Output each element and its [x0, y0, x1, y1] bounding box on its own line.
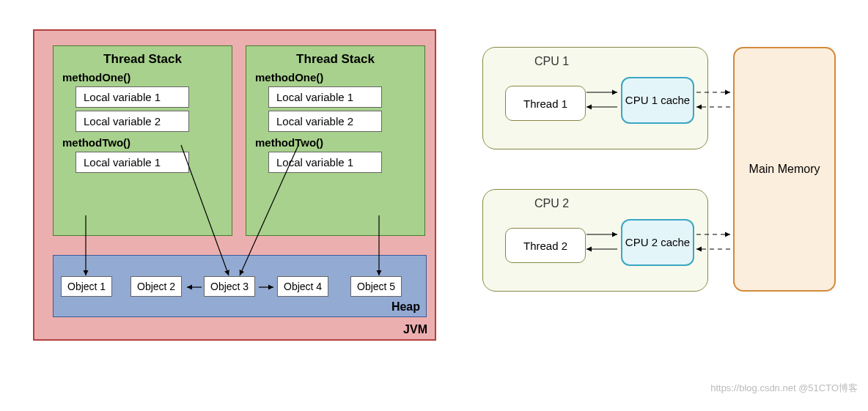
- local-variable-box: Local variable 1: [76, 152, 189, 173]
- main-memory-box: Main Memory: [733, 47, 836, 292]
- watermark-text: https://blog.csdn.net @51CTO博客: [710, 382, 858, 395]
- thread-box: Thread 2: [505, 228, 586, 263]
- cpu-block-2: CPU 2 Thread 2 CPU 2 cache: [482, 189, 708, 292]
- method-label: methodTwo(): [255, 136, 416, 149]
- cache-box: CPU 1 cache: [621, 77, 694, 124]
- thread-stack-title: Thread Stack: [255, 52, 416, 67]
- local-variable-box: Local variable 1: [76, 86, 189, 108]
- thread-stack-title: Thread Stack: [62, 52, 223, 67]
- method-label: methodOne(): [62, 71, 223, 84]
- jvm-container: JVM Thread Stack methodOne() Local varia…: [33, 29, 436, 341]
- heap-object: Object 1: [61, 276, 112, 297]
- method-label: methodTwo(): [62, 136, 223, 149]
- cpu-block-1: CPU 1 Thread 1 CPU 1 cache: [482, 47, 708, 149]
- heap-object: Object 3: [204, 276, 255, 297]
- local-variable-box: Local variable 1: [268, 152, 382, 173]
- method-label: methodOne(): [255, 71, 416, 84]
- thread-box: Thread 1: [505, 86, 586, 121]
- local-variable-box: Local variable 1: [268, 86, 382, 108]
- heap-object: Object 4: [277, 276, 328, 297]
- cpu-title: CPU 2: [534, 197, 569, 210]
- jvm-label: JVM: [403, 323, 427, 336]
- cpu-title: CPU 1: [534, 55, 569, 68]
- heap-label: Heap: [391, 300, 420, 314]
- local-variable-box: Local variable 2: [268, 111, 382, 132]
- heap-container: Heap Object 1 Object 2 Object 3 Object 4…: [53, 255, 427, 317]
- heap-object: Object 5: [350, 276, 402, 297]
- heap-object: Object 2: [130, 276, 182, 297]
- thread-stack-2: Thread Stack methodOne() Local variable …: [246, 45, 425, 236]
- thread-stack-1: Thread Stack methodOne() Local variable …: [53, 45, 232, 236]
- local-variable-box: Local variable 2: [76, 111, 189, 132]
- cache-box: CPU 2 cache: [621, 219, 694, 266]
